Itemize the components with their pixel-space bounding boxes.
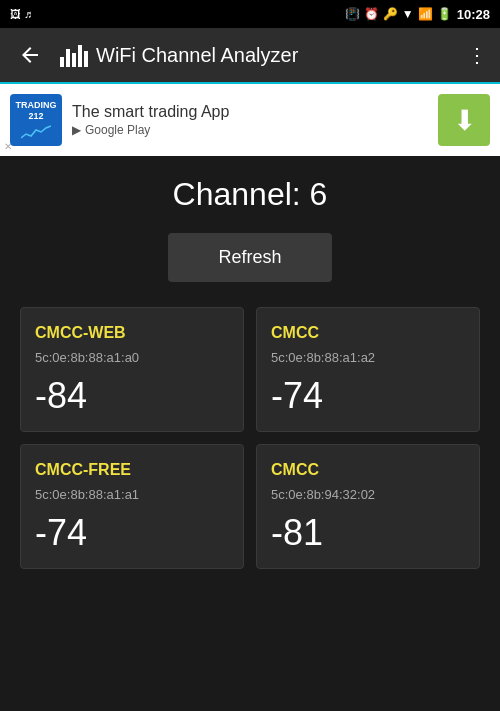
overflow-menu-icon[interactable]: ⋮ bbox=[467, 43, 488, 67]
network-mac-3: 5c:0e:8b:94:32:02 bbox=[271, 487, 465, 502]
nav-back-icon[interactable] bbox=[12, 37, 48, 73]
network-card-1: CMCC 5c:0e:8b:88:a1:a2 -74 bbox=[256, 307, 480, 432]
ad-title: The smart trading App bbox=[72, 103, 428, 121]
play-icon: ▶ bbox=[72, 123, 81, 137]
ad-banner[interactable]: TRADING 212 The smart trading App ▶ Goog… bbox=[0, 84, 500, 156]
app-title: WiFi Channel Analyzer bbox=[96, 44, 467, 67]
network-signal-2: -74 bbox=[35, 512, 229, 554]
ad-logo-chart bbox=[21, 124, 51, 140]
download-icon: ⬇ bbox=[453, 104, 476, 137]
network-name-0: CMCC-WEB bbox=[35, 324, 229, 342]
main-content: Channel: 6 Refresh CMCC-WEB 5c:0e:8b:88:… bbox=[0, 156, 500, 579]
status-time: 10:28 bbox=[457, 7, 490, 22]
refresh-button[interactable]: Refresh bbox=[168, 233, 331, 282]
battery-icon: 🔋 bbox=[437, 7, 452, 21]
ad-subtitle-text: Google Play bbox=[85, 123, 150, 137]
alarm-icon: ⏰ bbox=[364, 7, 379, 21]
network-mac-2: 5c:0e:8b:88:a1:a1 bbox=[35, 487, 229, 502]
cell-signal-icon: 📶 bbox=[418, 7, 433, 21]
network-card-0: CMCC-WEB 5c:0e:8b:88:a1:a0 -84 bbox=[20, 307, 244, 432]
key-icon: 🔑 bbox=[383, 7, 398, 21]
status-icons: 📳 ⏰ 🔑 ▼ 📶 🔋 bbox=[345, 7, 452, 21]
network-signal-3: -81 bbox=[271, 512, 465, 554]
vibrate-icon: 📳 bbox=[345, 7, 360, 21]
network-name-2: CMCC-FREE bbox=[35, 461, 229, 479]
ad-close-label[interactable]: ✕ bbox=[4, 141, 12, 152]
status-bar: 🖼 ♬ 📳 ⏰ 🔑 ▼ 📶 🔋 10:28 bbox=[0, 0, 500, 28]
network-grid: CMCC-WEB 5c:0e:8b:88:a1:a0 -84 CMCC 5c:0… bbox=[20, 307, 480, 569]
ad-subtitle: ▶ Google Play bbox=[72, 123, 428, 137]
app-logo-icon bbox=[60, 43, 88, 67]
ad-content: The smart trading App ▶ Google Play bbox=[72, 103, 428, 137]
notification-icons: 🖼 ♬ bbox=[10, 8, 32, 20]
network-mac-1: 5c:0e:8b:88:a1:a2 bbox=[271, 350, 465, 365]
ad-logo-line2: 212 bbox=[28, 111, 43, 122]
ad-logo-line1: TRADING bbox=[16, 100, 57, 111]
channel-display: Channel: 6 bbox=[20, 176, 480, 213]
network-card-2: CMCC-FREE 5c:0e:8b:88:a1:a1 -74 bbox=[20, 444, 244, 569]
network-signal-0: -84 bbox=[35, 375, 229, 417]
network-name-1: CMCC bbox=[271, 324, 465, 342]
network-signal-1: -74 bbox=[271, 375, 465, 417]
ad-download-button[interactable]: ⬇ bbox=[438, 94, 490, 146]
app-bar: WiFi Channel Analyzer ⋮ bbox=[0, 28, 500, 84]
wifi-signal-icon: ▼ bbox=[402, 7, 414, 21]
network-name-3: CMCC bbox=[271, 461, 465, 479]
network-mac-0: 5c:0e:8b:88:a1:a0 bbox=[35, 350, 229, 365]
ad-logo: TRADING 212 bbox=[10, 94, 62, 146]
status-bar-left: 🖼 ♬ bbox=[10, 8, 340, 20]
network-card-3: CMCC 5c:0e:8b:94:32:02 -81 bbox=[256, 444, 480, 569]
